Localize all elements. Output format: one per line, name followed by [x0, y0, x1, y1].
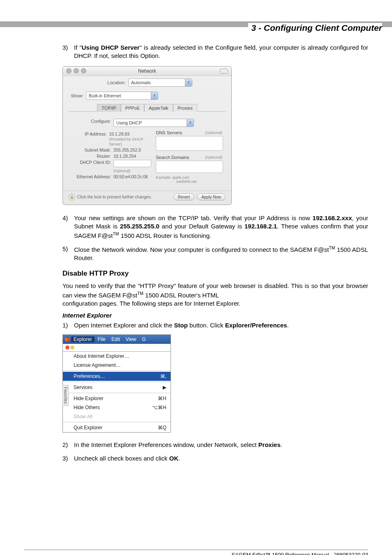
ie-step-2-text: In the Internet Explorer Preferences win…: [74, 441, 368, 449]
footer-line1: SAGEM F@st™ 1500 Reference Manual - 2880…: [24, 552, 368, 555]
lock-icon[interactable]: 🔒: [69, 194, 75, 200]
close-icon[interactable]: [65, 345, 69, 350]
close-icon[interactable]: [66, 68, 71, 74]
subnet-value: 255.255.252.0: [113, 147, 141, 152]
apple-icon[interactable]: 🍎: [65, 336, 70, 342]
menu-hide-others[interactable]: Hide Others ⌥⌘H: [63, 403, 171, 412]
minimize-icon[interactable]: [70, 345, 74, 350]
lock-text: Click the lock to prevent further change…: [77, 195, 152, 199]
ie-step-2-number: 2): [62, 441, 74, 449]
menu-edit[interactable]: Edit: [109, 336, 122, 342]
location-select[interactable]: Automatic ⇕: [128, 78, 192, 87]
apply-now-button[interactable]: Apply Now: [197, 193, 226, 200]
section-title-proxy: Disable HTTP Proxy: [62, 269, 368, 278]
minimize-icon[interactable]: [74, 68, 79, 74]
location-label: Location:: [102, 80, 126, 85]
step-3-number: 3): [62, 44, 74, 60]
ie-step-3-number: 3): [62, 454, 74, 463]
menu-file[interactable]: File: [95, 336, 108, 342]
window-title: Network: [138, 68, 156, 74]
ie-step-1-number: 1): [62, 321, 74, 329]
explorer-dropdown: About Internet Explorer… License Agreeme…: [63, 351, 171, 432]
favorites-tab[interactable]: Favorites: [62, 385, 69, 406]
page-header-title: 3 - Configuring Client Computer: [248, 23, 382, 33]
router-value: 10.1.28.254: [113, 154, 136, 159]
show-select[interactable]: Built-in Ethernet ⇕: [86, 92, 158, 100]
ip-address-label: IP Address:: [72, 131, 109, 136]
subnet-label: Subnet Mask:: [72, 147, 113, 152]
ie-step-1-text: Open Internet Explorer and click the Sto…: [74, 321, 368, 329]
network-window: Network Location: Automatic ⇕ Show: Buil…: [62, 66, 232, 205]
show-label: Show:: [69, 93, 83, 98]
chevron-updown-icon: ⇕: [151, 92, 158, 99]
menu-explorer[interactable]: Explorer: [71, 336, 95, 342]
tab-appletalk[interactable]: AppleTalk: [144, 104, 173, 112]
tab-pppoe[interactable]: PPPoE: [121, 104, 144, 112]
ip-provided-note: (Provided by DHCP Server): [109, 137, 143, 146]
step-4-text: Your new settings are shown on the TCP/I…: [74, 214, 368, 240]
ie-step-3-text: Uncheck all check boxes and click OK.: [74, 454, 368, 463]
search-domains-optional-label: (Optional): [205, 155, 222, 160]
zoom-icon[interactable]: [81, 68, 86, 74]
step-3-text: If "Using DHCP Server" is already select…: [74, 44, 368, 60]
tab-strip: TCP/IP PPPoE AppleTalk Proxies: [69, 104, 226, 112]
menu-about[interactable]: About Internet Explorer…: [63, 352, 171, 361]
chevron-right-icon: ▶: [163, 385, 166, 390]
revert-button[interactable]: Revert: [173, 193, 194, 200]
page-footer: SAGEM F@st™ 1500 Reference Manual - 2880…: [24, 550, 368, 555]
ie-subhead: Internet Explorer: [62, 312, 368, 319]
example-line2: earthlink.net: [156, 180, 196, 184]
chevron-updown-icon: ⇕: [187, 119, 194, 127]
ethernet-address-value: 00:50:e4:00:2c:06: [113, 174, 148, 179]
dhcp-client-id-label: DHCP Client ID:: [72, 160, 113, 165]
menu-preferences[interactable]: Preferences… ⌘,: [63, 372, 171, 381]
menu-show-all: Show All: [63, 412, 171, 421]
dhcp-client-id-input[interactable]: [113, 160, 151, 167]
menu-quit[interactable]: Quit Explorer ⌘Q: [63, 423, 171, 432]
chevron-updown-icon: ⇕: [185, 79, 192, 86]
configure-label: Configure:: [72, 119, 113, 124]
menu-hide-explorer[interactable]: Hide Explorer ⌘H: [63, 394, 171, 403]
explorer-menu-window: 🍎 Explorer File Edit View G About Intern…: [62, 334, 171, 433]
search-domains-label: Search Domains: [156, 155, 189, 160]
dns-servers-input[interactable]: [156, 136, 223, 151]
step-5-number: 5): [62, 245, 74, 263]
step-4-number: 4): [62, 214, 74, 240]
toolbar-toggle-icon[interactable]: [220, 69, 228, 74]
dhcp-client-id-note: (Optional): [113, 168, 131, 173]
menu-services[interactable]: Services ▶: [63, 383, 171, 392]
tab-tcpip[interactable]: TCP/IP: [97, 104, 120, 112]
router-label: Router:: [72, 154, 113, 159]
dns-optional-label: (Optional): [205, 130, 222, 135]
configure-select[interactable]: Using DHCP ⇕: [113, 119, 194, 127]
dns-servers-label: DNS Servers: [156, 130, 182, 135]
menu-view[interactable]: View: [123, 336, 139, 342]
menu-more[interactable]: G: [140, 336, 148, 342]
proxy-paragraph: You need to verify that the "HTTP Proxy"…: [62, 282, 368, 308]
menu-license[interactable]: License Agreement…: [63, 361, 171, 370]
example-line1: Example: apple.com: [156, 175, 189, 180]
search-domains-input[interactable]: [156, 161, 223, 173]
ip-address-value: 10.1.28.83: [109, 131, 130, 136]
ethernet-address-label: Ethernet Address:: [72, 174, 113, 179]
tab-proxies[interactable]: Proxies: [173, 104, 197, 112]
step-5-text: Close the Network window. Now your compu…: [74, 245, 368, 263]
menubar: 🍎 Explorer File Edit View G: [63, 335, 171, 344]
